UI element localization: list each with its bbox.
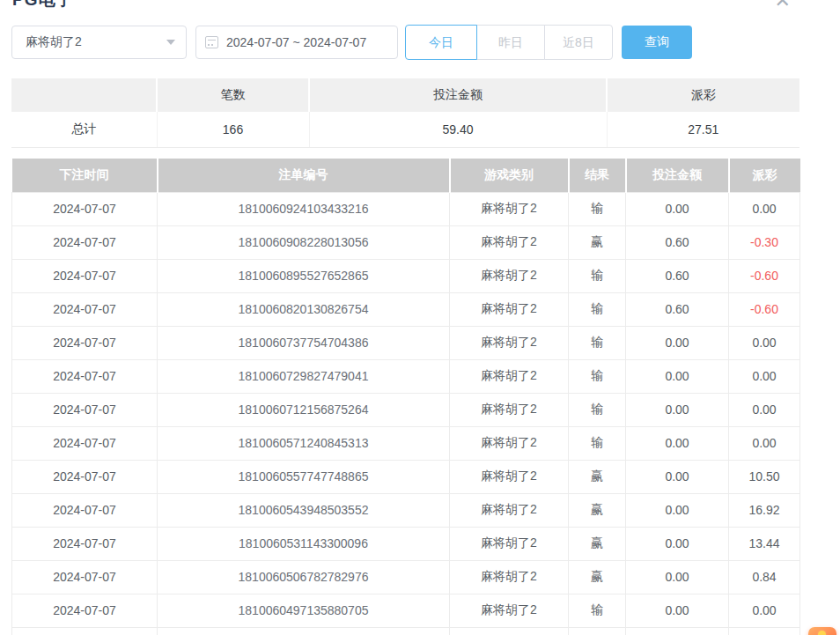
cell-game: 麻将胡了2 <box>450 393 569 426</box>
cell-game: 麻将胡了2 <box>450 259 569 292</box>
cell-result: 输 <box>569 359 626 393</box>
quick-button[interactable]: 今日 <box>405 25 477 60</box>
cell-amount: 0.00 <box>626 493 729 527</box>
cell-payout: -0.30 <box>729 225 800 259</box>
quick-button[interactable]: 近8日 <box>544 25 613 60</box>
summary-header-cell: 投注金额 <box>309 78 607 112</box>
cell-amount: 0.00 <box>626 460 729 493</box>
cell-game: 麻将胡了2 <box>450 594 569 627</box>
table-row: 2024-07-071810060571240845313麻将胡了2输0.000… <box>12 426 800 460</box>
cell-result: 赢 <box>569 527 626 560</box>
cell-date: 2024-07-07 <box>12 259 158 292</box>
cell-result: 输 <box>569 259 626 292</box>
cell-bet-id: 1810060543948503552 <box>158 493 450 527</box>
table-row-partial <box>12 627 800 635</box>
cell-date: 2024-07-07 <box>12 560 158 594</box>
cell-result: 输 <box>569 292 626 326</box>
cell-game: 麻将胡了2 <box>450 493 569 527</box>
cell-bet-id: 1810060895527652865 <box>158 259 450 292</box>
cell-date: 2024-07-07 <box>12 460 158 493</box>
summary-header-cell <box>11 78 157 112</box>
table-row: 2024-07-071810060531143300096麻将胡了2赢0.001… <box>12 527 800 560</box>
cell-amount: 0.00 <box>626 326 729 359</box>
cell-date: 2024-07-07 <box>12 292 158 326</box>
cell-amount: 0.00 <box>626 594 729 627</box>
service-icon <box>818 631 826 635</box>
table-row: 2024-07-071810060737754704386麻将胡了2输0.000… <box>12 326 800 359</box>
cell-bet-id: 1810060924103433216 <box>158 192 450 225</box>
date-range-input[interactable]: 2024-07-07 ~ 2024-07-07 <box>195 26 398 59</box>
floating-service-button[interactable] <box>808 627 836 635</box>
cell-game: 麻将胡了2 <box>450 359 569 393</box>
bet-table-header-cell: 投注金额 <box>626 159 729 192</box>
cell-payout: 0.00 <box>729 359 800 393</box>
cell-date: 2024-07-07 <box>12 326 158 359</box>
table-row: 2024-07-071810060908228013056麻将胡了2赢0.60-… <box>12 225 800 259</box>
cell-payout: -0.60 <box>729 259 800 292</box>
table-row: 2024-07-071810060895527652865麻将胡了2输0.60-… <box>12 259 800 292</box>
cell-date: 2024-07-07 <box>12 192 158 225</box>
table-row: 2024-07-071810060497135880705麻将胡了2输0.000… <box>12 594 800 627</box>
table-row: 2024-07-071810060820130826754麻将胡了2输0.60-… <box>12 292 800 326</box>
cell-result: 输 <box>569 326 626 359</box>
cell-amount: 0.00 <box>626 393 729 426</box>
cell-result: 输 <box>569 192 626 225</box>
calendar-icon <box>205 36 218 48</box>
cell-payout: 0.00 <box>729 192 800 225</box>
cell-game: 麻将胡了2 <box>450 225 569 259</box>
cell-date: 2024-07-07 <box>12 527 158 560</box>
query-button[interactable]: 查询 <box>622 26 692 59</box>
cell-empty <box>569 627 626 635</box>
cell-game: 麻将胡了2 <box>450 560 569 594</box>
cell-empty <box>158 627 450 635</box>
bet-records-table: 下注时间注单编号游戏类别结果投注金额派彩 2024-07-07181006092… <box>11 159 800 635</box>
cell-game: 麻将胡了2 <box>450 460 569 493</box>
bet-table-header-cell: 结果 <box>569 159 626 192</box>
cell-result: 赢 <box>569 493 626 527</box>
cell-amount: 0.60 <box>626 259 729 292</box>
cell-bet-id: 1810060820130826754 <box>158 292 450 326</box>
cell-game: 麻将胡了2 <box>450 326 569 359</box>
cell-bet-id: 1810060712156875264 <box>158 393 450 426</box>
table-row: 2024-07-071810060924103433216麻将胡了2输0.000… <box>12 192 800 225</box>
cell-bet-id: 1810060571240845313 <box>158 426 450 460</box>
bet-table-body: 2024-07-071810060924103433216麻将胡了2输0.000… <box>12 192 800 635</box>
summary-total-payout: 27.51 <box>607 112 799 147</box>
cell-bet-id: 1810060497135880705 <box>158 594 450 627</box>
cell-game: 麻将胡了2 <box>450 527 569 560</box>
cell-result: 输 <box>569 594 626 627</box>
cell-empty <box>626 627 729 635</box>
cell-date: 2024-07-07 <box>12 393 158 426</box>
cell-amount: 0.60 <box>626 225 729 259</box>
chevron-down-icon <box>166 40 175 45</box>
cell-amount: 0.00 <box>626 527 729 560</box>
filter-bar: 麻将胡了2 2024-07-07 ~ 2024-07-07 今日昨日近8日 查询 <box>11 25 692 60</box>
bet-table-header-cell: 下注时间 <box>12 159 158 192</box>
cell-amount: 0.00 <box>626 359 729 393</box>
bet-table-header-cell: 注单编号 <box>158 159 450 192</box>
table-row: 2024-07-071810060557747748865麻将胡了2赢0.001… <box>12 460 800 493</box>
cell-date: 2024-07-07 <box>12 225 158 259</box>
cell-amount: 0.00 <box>626 560 729 594</box>
cell-payout: 10.50 <box>729 460 800 493</box>
summary-total-row: 总计 166 59.40 27.51 <box>11 112 799 147</box>
cell-game: 麻将胡了2 <box>450 426 569 460</box>
quick-button[interactable]: 昨日 <box>476 25 545 60</box>
cell-payout: 13.44 <box>729 527 800 560</box>
bet-table-header-cell: 派彩 <box>729 159 800 192</box>
close-icon[interactable]: ✕ <box>775 0 791 12</box>
cell-payout: 0.84 <box>729 560 800 594</box>
cell-result: 赢 <box>569 560 626 594</box>
cell-date: 2024-07-07 <box>12 359 158 393</box>
table-row: 2024-07-071810060729827479041麻将胡了2输0.000… <box>12 359 800 393</box>
cell-bet-id: 1810060908228013056 <box>158 225 450 259</box>
cell-result: 赢 <box>569 460 626 493</box>
summary-total-bet-amount: 59.40 <box>309 112 607 147</box>
table-row: 2024-07-071810060543948503552麻将胡了2赢0.001… <box>12 493 800 527</box>
summary-header-cell: 笔数 <box>157 78 309 112</box>
bet-table-header-cell: 游戏类别 <box>450 159 569 192</box>
cell-bet-id: 1810060557747748865 <box>158 460 450 493</box>
game-select[interactable]: 麻将胡了2 <box>11 26 187 59</box>
cell-empty <box>729 627 800 635</box>
summary-total-label: 总计 <box>11 112 157 147</box>
